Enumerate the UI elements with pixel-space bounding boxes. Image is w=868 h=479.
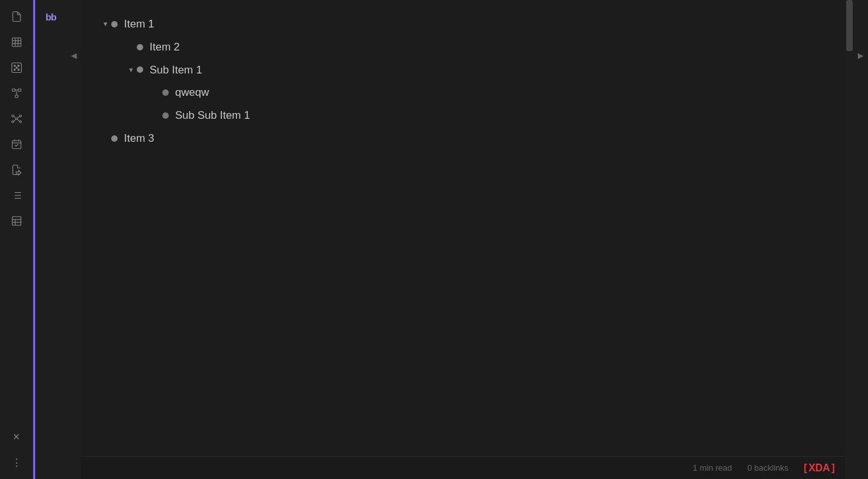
- panel-icon-bb: bb: [40, 5, 63, 28]
- svg-line-23: [13, 119, 15, 122]
- collapse-sidebar: ◀: [66, 0, 81, 479]
- svg-line-21: [13, 116, 15, 119]
- item-text-item3: Item 3: [124, 131, 154, 146]
- svg-point-6: [13, 65, 15, 66]
- svg-rect-25: [12, 141, 21, 149]
- left-icon-sidebar: × ⋮: [0, 0, 33, 479]
- svg-point-9: [17, 69, 19, 70]
- toggle-arrow-subitem1[interactable]: ▼: [125, 66, 137, 73]
- toggle-arrow-item1[interactable]: ▼: [100, 20, 111, 27]
- dice-icon[interactable]: [5, 56, 28, 79]
- item-text-item2: Item 2: [150, 40, 180, 55]
- svg-point-16: [15, 118, 17, 120]
- xda-bracket-left: [: [804, 462, 807, 474]
- svg-rect-0: [12, 38, 21, 47]
- svg-line-22: [17, 116, 19, 119]
- item-text-subitem1: Sub Item 1: [150, 63, 202, 78]
- active-panel-sidebar: bb: [33, 0, 66, 479]
- table-icon[interactable]: [5, 31, 28, 54]
- settings-table-icon[interactable]: [5, 209, 28, 232]
- bullet-subsubitem1: [162, 112, 169, 119]
- svg-point-7: [17, 65, 19, 66]
- svg-rect-35: [12, 217, 21, 225]
- item-text-qweqw: qweqw: [175, 85, 209, 100]
- list-item[interactable]: Item 2: [100, 36, 832, 59]
- scrollbar[interactable]: [845, 0, 854, 479]
- list-item[interactable]: ▼ Sub Item 1: [100, 59, 832, 82]
- sidebar-bottom: × ⋮: [5, 425, 28, 474]
- list-item[interactable]: Item 3: [100, 127, 832, 150]
- notes-icon[interactable]: [5, 158, 28, 181]
- svg-rect-11: [12, 89, 15, 91]
- right-panel: ▶: [854, 0, 868, 479]
- bullet-item2: [137, 44, 143, 50]
- outline-area: ▼ Item 1 Item 2 ▼ Sub Item 1 qweqw Sub S…: [81, 0, 845, 456]
- svg-point-20: [19, 121, 21, 123]
- xda-logo: [ XDA ]: [804, 462, 835, 474]
- backlinks: 0 backlinks: [747, 463, 788, 473]
- list-item[interactable]: ▼ Item 1: [100, 13, 832, 36]
- bullet-item1: [111, 21, 118, 27]
- main-content: ▼ Item 1 Item 2 ▼ Sub Item 1 qweqw Sub S…: [81, 0, 845, 479]
- document-icon[interactable]: [5, 5, 28, 28]
- bullet-qweqw: [162, 89, 169, 96]
- flow-icon[interactable]: [5, 82, 28, 105]
- svg-point-8: [13, 69, 15, 70]
- svg-point-17: [12, 115, 13, 117]
- more-button[interactable]: ⋮: [5, 451, 28, 474]
- bullet-subitem1: [137, 66, 143, 73]
- collapse-left-button[interactable]: ◀: [71, 51, 77, 60]
- network-icon[interactable]: [5, 107, 28, 130]
- item-text-item1: Item 1: [124, 17, 154, 32]
- read-time: 1 min read: [693, 463, 732, 473]
- svg-point-18: [19, 115, 21, 117]
- xda-text: XDA: [809, 462, 830, 474]
- close-button[interactable]: ×: [5, 425, 28, 448]
- bullet-item3: [111, 135, 118, 142]
- xda-bracket-right: ]: [832, 462, 835, 474]
- list-item[interactable]: qweqw: [100, 81, 832, 104]
- collapse-right-button[interactable]: ▶: [856, 51, 865, 60]
- svg-rect-12: [18, 89, 21, 91]
- svg-point-19: [12, 121, 13, 123]
- svg-point-10: [15, 67, 17, 68]
- status-bar: 1 min read 0 backlinks [ XDA ]: [81, 456, 845, 479]
- svg-line-24: [17, 119, 19, 122]
- scrollbar-thumb[interactable]: [846, 0, 853, 51]
- svg-rect-13: [15, 95, 18, 98]
- list-icon[interactable]: [5, 184, 28, 207]
- list-item[interactable]: Sub Sub Item 1: [100, 104, 832, 127]
- item-text-subsubitem1: Sub Sub Item 1: [175, 108, 250, 123]
- calendar-icon[interactable]: [5, 133, 28, 156]
